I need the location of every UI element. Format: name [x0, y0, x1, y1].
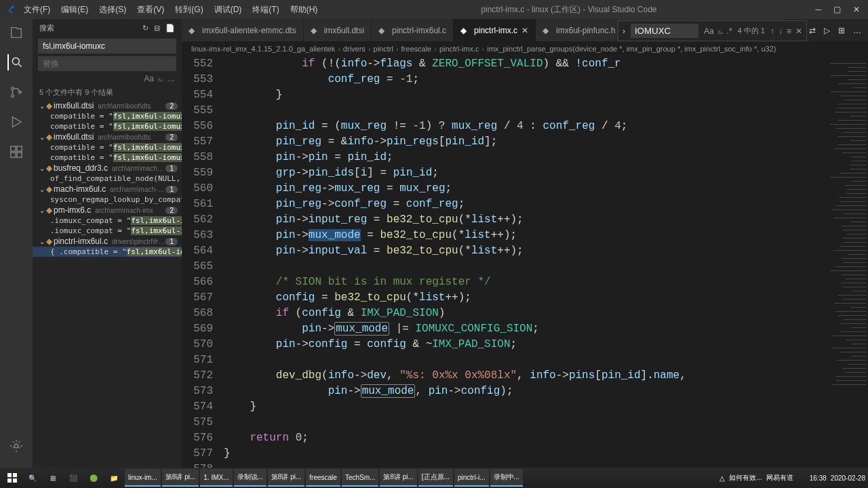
result-match[interactable]: .iomuxc_compat = "fsl,imx6ul-iomuxc",	[33, 226, 182, 236]
code-line[interactable]: dev_dbg(info->dev, "%s: 0x%x 0x%08lx", i…	[224, 368, 827, 384]
taskbar-app[interactable]: 录制中...	[490, 469, 523, 487]
code-line[interactable]	[224, 415, 827, 430]
breadcrumb-item[interactable]: pinctrl-imx.c	[439, 45, 479, 53]
taskbar-app[interactable]: freescale	[306, 469, 340, 487]
find-in-selection-icon[interactable]: ≡	[787, 26, 791, 36]
taskbar-app[interactable]: 第8讲 pi...	[268, 469, 304, 487]
editor-tab[interactable]: ◆imx6ul-pinfunc.h	[536, 19, 623, 41]
code-line[interactable]: }	[224, 446, 827, 462]
close-tab-icon[interactable]: ✕	[521, 26, 528, 35]
taskbar-app[interactable]: 第8讲 pi...	[162, 469, 199, 487]
split-icon[interactable]: ⊞	[838, 26, 845, 35]
task-folder[interactable]: 📁	[104, 469, 123, 487]
task-obs[interactable]: ⬛	[64, 469, 83, 487]
regex-icon[interactable]: .*	[727, 26, 732, 36]
menu-item[interactable]: 文件(F)	[19, 3, 55, 17]
code-line[interactable]	[224, 259, 827, 274]
code-line[interactable]: pin->input_val = be32_to_cpu(*list++);	[224, 243, 827, 259]
code-line[interactable]	[224, 103, 827, 119]
code-line[interactable]: pin_reg->conf_reg = conf_reg;	[224, 197, 827, 212]
clear-icon[interactable]: ⊟	[154, 24, 160, 33]
more-icon[interactable]: …	[853, 26, 861, 35]
minimap[interactable]	[827, 56, 868, 473]
result-match[interactable]: compatible = "fsl,imx6ul-iomuxc";	[33, 142, 182, 152]
code-line[interactable]: pin->input_reg = be32_to_cpu(*list++);	[224, 212, 827, 228]
taskbar-app[interactable]: 1. IMX...	[200, 469, 232, 487]
code-line[interactable]: }	[224, 399, 827, 415]
whole-word-icon[interactable]: ⎁	[718, 26, 723, 36]
minimize-button[interactable]: ─	[815, 5, 821, 14]
taskbar-app[interactable]: 第8讲 pi...	[380, 469, 416, 487]
match-case-icon[interactable]: Aa	[704, 26, 714, 36]
tray-item[interactable]: 2020-02-28	[831, 474, 865, 482]
replace-input[interactable]	[38, 56, 176, 71]
result-match[interactable]: compatible = "fsl,imx6ul-iomuxc-gpr",	[33, 152, 182, 163]
task-chrome[interactable]: 🟢	[84, 469, 103, 487]
debug-icon[interactable]	[8, 114, 24, 130]
code-line[interactable]: conf_reg = -1;	[224, 72, 827, 87]
result-file[interactable]: ⌄◆pinctrl-imx6ul.cdrivers\pinctrl\freesc…	[33, 236, 182, 247]
taskbar-app[interactable]: linux-im...	[125, 469, 161, 487]
whole-word-icon[interactable]: ⎁	[158, 74, 163, 83]
find-widget[interactable]: › Aa⎁.* 4 中的 1 ↑↓≡✕	[618, 20, 807, 41]
search-icon[interactable]	[7, 54, 24, 70]
menu-item[interactable]: 调试(D)	[210, 3, 247, 17]
tray-item[interactable]: 网易有道	[766, 473, 793, 483]
system-tray[interactable]: △如何有效...网易有道16:382020-02-28	[719, 473, 865, 483]
tray-item[interactable]: 如何有效...	[729, 473, 762, 483]
refresh-icon[interactable]: ↻	[142, 24, 149, 33]
editor-tab[interactable]: ◆pinctrl-imx.c✕	[454, 19, 536, 41]
extensions-icon[interactable]	[8, 144, 24, 160]
next-match-icon[interactable]: ↓	[778, 26, 783, 36]
result-match[interactable]: compatible = "fsl,imx6ul-iomuxc-gpr",	[33, 121, 182, 131]
taskbar-app[interactable]: 录制说...	[234, 469, 267, 487]
maximize-button[interactable]: ▢	[833, 5, 841, 14]
editor-tab[interactable]: ◆imx6ull.dtsi	[304, 19, 372, 41]
result-match[interactable]: .iomuxc_compat = "fsl,imx6ul-iomuxc",	[33, 216, 182, 226]
prev-match-icon[interactable]: ↑	[770, 26, 774, 36]
code-content[interactable]: if (!(info->flags & ZERO_OFFSET_VALID) &…	[224, 56, 827, 473]
breadcrumb-item[interactable]: freescale	[401, 45, 432, 53]
menu-item[interactable]: 编辑(E)	[56, 3, 93, 17]
search-button[interactable]: 🔍	[23, 469, 42, 487]
menu-item[interactable]: 帮助(H)	[285, 3, 323, 17]
code-line[interactable]: pin->mux_mode |= IOMUXC_CONFIG_SION;	[224, 321, 827, 337]
menu-item[interactable]: 转到(G)	[170, 3, 208, 17]
code-line[interactable]: pin_reg->mux_reg = mux_reg;	[224, 181, 827, 197]
taskbar-app[interactable]: TechSm...	[342, 469, 378, 487]
code-line[interactable]: grp->pin_ids[i] = pin_id;	[224, 165, 827, 181]
menu-item[interactable]: 选择(S)	[94, 3, 131, 17]
code-line[interactable]: pin->config = config & ~IMX_PAD_SION;	[224, 337, 827, 352]
close-find-icon[interactable]: ✕	[795, 26, 802, 36]
taskbar-app[interactable]: [正点原...	[418, 469, 453, 487]
result-file[interactable]: ⌄◆imx6ull.dtsiarch\arm\boot\dts2	[33, 100, 182, 111]
breadcrumb-item[interactable]: pinctrl	[374, 45, 393, 53]
explorer-icon[interactable]	[8, 24, 24, 41]
result-file[interactable]: ⌄◆mach-imx6ul.carch\arm\mach-imx1	[33, 184, 182, 195]
breadcrumb[interactable]: linux-imx-rel_imx_4.1.15_2.1.0_ga_alient…	[182, 41, 868, 56]
tray-item[interactable]: △	[719, 474, 725, 482]
code-line[interactable]: config = be32_to_cpu(*list++);	[224, 290, 827, 306]
breadcrumb-item[interactable]: drivers	[343, 45, 366, 53]
result-match[interactable]: syscon_regmap_lookup_by_compatible("fsl,…	[33, 195, 182, 205]
code-line[interactable]: if (!(info->flags & ZERO_OFFSET_VALID) &…	[224, 56, 827, 72]
result-match[interactable]: { .compatible = "fsl,imx6ul-iomuxc", .da…	[33, 247, 182, 257]
find-input[interactable]	[631, 24, 698, 38]
editor-tab[interactable]: ◆pinctrl-imx6ul.c	[372, 19, 454, 41]
code-line[interactable]: pin->mux_mode, pin->config);	[224, 384, 827, 399]
settings-icon[interactable]	[8, 438, 24, 454]
code-line[interactable]: pin->pin = pin_id;	[224, 150, 827, 165]
search-input[interactable]	[38, 39, 176, 54]
more-icon[interactable]: …	[167, 74, 175, 83]
start-button[interactable]	[3, 469, 22, 487]
code-line[interactable]	[224, 352, 827, 368]
match-case-icon[interactable]: Aa	[144, 74, 154, 83]
taskbar-app[interactable]: pinctrl-i...	[454, 469, 489, 487]
newfile-icon[interactable]: 📄	[165, 24, 175, 33]
code-line[interactable]: }	[224, 87, 827, 103]
result-match[interactable]: compatible = "fsl,imx6ul-iomuxc";	[33, 111, 182, 121]
chevron-right-icon[interactable]: ›	[623, 26, 625, 36]
scm-icon[interactable]	[8, 84, 24, 100]
run-icon[interactable]: ▷	[824, 26, 830, 35]
code-line[interactable]: pin->mux_mode = be32_to_cpu(*list++);	[224, 228, 827, 243]
